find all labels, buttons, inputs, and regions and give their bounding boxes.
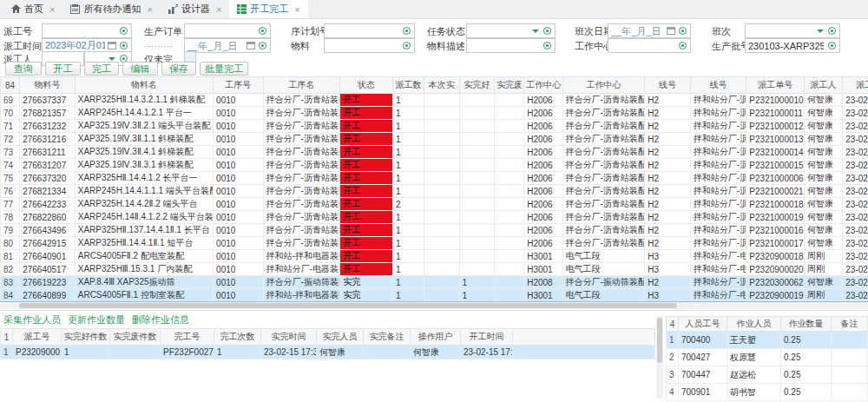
material-field[interactable] [324, 38, 415, 53]
column-header[interactable]: 作业人员 [727, 317, 781, 332]
shift-date-field[interactable] [608, 23, 691, 38]
table-row[interactable]: 75276637320XARP325HⅡ.14.4.1.2 长平台一0010拌合… [1, 172, 868, 185]
table-row[interactable]: 3700447赵远松0.25 [667, 366, 868, 384]
tab-work-start-finish[interactable]: 开工完工 × [229, 0, 307, 18]
column-header[interactable]: 派工时间 [843, 77, 868, 94]
column-header[interactable]: 开工时间 [461, 329, 513, 346]
update-quantity-link[interactable]: 更新作业数量 [68, 313, 125, 326]
clear-icon[interactable] [828, 27, 836, 35]
caret-down-icon[interactable] [532, 30, 539, 33]
dispatch-no-input[interactable] [43, 25, 118, 36]
table-row[interactable]: 4700901胡书智0.25 [667, 384, 868, 401]
column-header[interactable]: 完工次数 [214, 329, 261, 346]
table-row[interactable]: 80276642915XARP325HⅡ.14.4.1Ⅱ.1 短平台0010拌合… [1, 237, 868, 250]
column-header[interactable]: 完工号 [161, 329, 214, 346]
task-status-input[interactable] [467, 25, 532, 36]
column-header[interactable]: 派工人 [804, 77, 842, 94]
clear-icon[interactable] [403, 27, 411, 35]
scrollbar-thumb[interactable] [657, 318, 662, 363]
close-icon[interactable]: × [49, 4, 55, 15]
column-header[interactable]: 派工号 [13, 329, 62, 346]
clear-icon[interactable] [679, 27, 687, 35]
table-row[interactable]: 69276637337XARP325HⅡ.14.3.2.1.1 斜梯装配0010… [1, 94, 868, 107]
horizontal-scrollbar[interactable] [0, 302, 868, 309]
save-button[interactable]: 保存 [161, 62, 196, 76]
column-header[interactable]: 操作用户 [411, 329, 461, 346]
column-header[interactable]: 工序名 [263, 77, 340, 94]
table-row[interactable]: 74276631207XAP325.19Ⅳ.3Ⅱ.3.1 斜梯装配0010拌合分… [1, 159, 868, 172]
shift-input[interactable] [746, 25, 817, 36]
table-row[interactable]: 84276640899ARCS4005FⅡ.1 控制室装配0010拌和站-拌和电… [1, 289, 868, 302]
clear-icon[interactable] [120, 42, 128, 49]
table-row[interactable]: 1P23209000191PF232F002708123-02-15 17:30… [1, 346, 655, 359]
clear-icon[interactable] [679, 42, 687, 49]
clear-icon[interactable] [828, 42, 836, 49]
work-center-field[interactable] [608, 38, 691, 53]
column-header[interactable]: 物料名 [75, 77, 213, 94]
calendar-icon[interactable] [247, 42, 255, 49]
column-header[interactable]: 实完时间 [261, 329, 317, 346]
clear-icon[interactable] [120, 27, 128, 35]
column-header[interactable]: 实完人员 [317, 329, 364, 346]
table-row[interactable]: 70276821357XARP245H.14.4.1.2.1 平台一0010拌合… [1, 107, 868, 120]
close-icon[interactable]: × [147, 4, 152, 15]
delete-job-info-link[interactable]: 删除作业信息 [132, 313, 189, 326]
column-header[interactable]: 线号 [690, 77, 746, 94]
tab-home[interactable]: 首页 × [3, 0, 62, 18]
vertical-scrollbar[interactable] [656, 316, 663, 399]
column-header[interactable]: 实完废 [494, 77, 523, 94]
close-icon[interactable]: × [216, 4, 221, 15]
collect-personnel-link[interactable]: 采集作业人员 [3, 313, 61, 326]
table-row[interactable]: 81276640901ARCS4005FⅡ.2 配电室装配0010拌和站-拌和电… [1, 250, 868, 263]
production-order-input[interactable] [185, 25, 257, 36]
batch-finish-button[interactable]: 批量完工 [200, 62, 248, 76]
column-header[interactable]: 实完好件数 [62, 329, 110, 346]
column-header[interactable]: 工作中心 [562, 77, 645, 94]
column-header[interactable]: 实完废件数 [110, 329, 161, 346]
calendar-icon[interactable] [667, 27, 675, 35]
column-header[interactable]: 状态 [340, 77, 393, 94]
column-header[interactable]: 线号 [645, 77, 690, 94]
dispatch-no-field[interactable] [42, 23, 132, 38]
edit-button[interactable]: 编辑 [122, 62, 158, 76]
clear-icon[interactable] [403, 42, 411, 49]
caret-down-icon[interactable] [817, 30, 824, 33]
column-header[interactable]: 工作中心 [524, 77, 562, 94]
column-header[interactable]: 实完备注 [364, 329, 411, 346]
column-header[interactable]: 人员工号 [679, 317, 727, 332]
column-header[interactable]: 作业数量 [781, 317, 832, 332]
plan-no-field[interactable] [324, 23, 415, 38]
table-row[interactable]: 77276642233XARP325H.14.4.2Ⅱ.2 端头平台0010拌合… [1, 198, 868, 211]
batch-no-field[interactable] [745, 38, 840, 53]
material-input[interactable] [325, 40, 401, 51]
query-button[interactable]: 查询 [5, 62, 42, 76]
tab-notifications[interactable]: 所有待办通知 × [62, 0, 160, 18]
tab-designer[interactable]: 设计器 × [161, 0, 229, 18]
material-desc-input[interactable] [467, 40, 542, 51]
clear-icon[interactable] [259, 27, 266, 35]
work-center-input[interactable] [608, 40, 677, 51]
shift-date-input[interactable] [608, 25, 667, 36]
close-icon[interactable]: × [294, 4, 299, 15]
material-desc-field[interactable] [466, 38, 556, 53]
scrollbar-thumb[interactable] [19, 303, 677, 308]
finish-work-button[interactable]: 完工 [84, 62, 119, 76]
column-header[interactable]: 物料号 [20, 77, 76, 94]
clear-icon[interactable] [259, 42, 266, 49]
dispatch-time-to-input[interactable] [185, 40, 247, 51]
task-status-select[interactable] [466, 23, 556, 38]
table-row[interactable]: 78276822860XARP245H.14Ⅱ.4.1.2.2 端头平台装配00… [1, 211, 868, 224]
calendar-icon[interactable] [108, 42, 116, 49]
table-row[interactable]: 83276619223XAP.8.4Ⅲ XAP325振动筛0010拌合分厂-振动… [1, 276, 868, 289]
table-row[interactable]: 72276631216XAP325.19Ⅳ.3Ⅱ.1.1 斜梯装配0010拌合分… [1, 133, 868, 146]
column-header[interactable]: 本次实 [424, 77, 459, 94]
column-header[interactable]: 派工单号 [746, 77, 805, 94]
plan-no-input[interactable] [325, 25, 401, 36]
caret-down-icon[interactable] [108, 57, 115, 61]
shift-select[interactable] [745, 23, 840, 38]
table-row[interactable]: 71276631232XAP325.19Ⅳ.3Ⅱ.2.1 端头平台装配0010拌… [1, 120, 868, 133]
column-header[interactable]: 备注 [832, 317, 868, 332]
dispatch-time-to-field[interactable] [184, 38, 271, 53]
production-order-field[interactable] [184, 23, 271, 38]
table-row[interactable]: 1700400王天塑0.25 [667, 332, 868, 349]
